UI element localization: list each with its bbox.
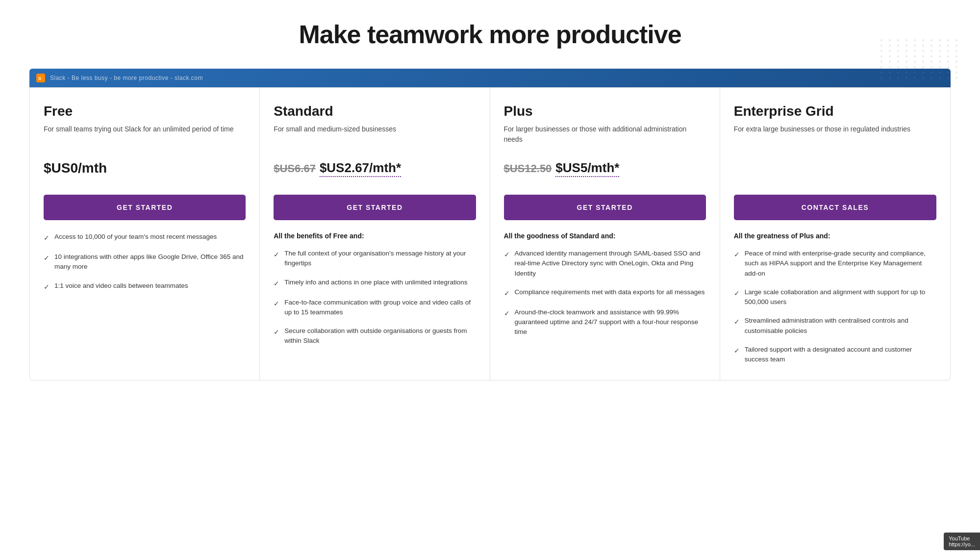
price-free-free: $US0/mth (44, 160, 107, 176)
checkmark-icon: ✓ (274, 327, 279, 337)
plan-description-free: For small teams trying out Slack for an … (44, 124, 246, 150)
price-current-standard: $US2.67/mth* (320, 160, 401, 177)
plan-price-row-free: $US0/mth (44, 160, 246, 184)
feature-item: ✓Large scale collaboration and alignment… (734, 287, 936, 307)
plan-description-plus: For larger businesses or those with addi… (504, 124, 706, 150)
cta-button-enterprise[interactable]: CONTACT SALES (734, 195, 936, 220)
feature-text: 1:1 voice and video calls between teamma… (54, 281, 188, 291)
checkmark-icon: ✓ (274, 279, 279, 289)
browser-bar: S Slack - Be less busy - be more product… (29, 69, 951, 87)
feature-text: Peace of mind with enterprise-grade secu… (745, 249, 936, 279)
benefits-heading-enterprise: All the greatness of Plus and: (734, 232, 936, 240)
plan-price-row-enterprise (734, 160, 936, 184)
feature-text: Access to 10,000 of your team's most rec… (54, 232, 217, 242)
feature-text: Around-the-clock teamwork and assistance… (515, 307, 706, 337)
checkmark-icon: ✓ (734, 317, 740, 327)
checkmark-icon: ✓ (274, 299, 279, 309)
feature-list-plus: ✓Advanced identity management through SA… (504, 249, 706, 337)
feature-item: ✓Timely info and actions in one place wi… (274, 278, 476, 289)
plan-col-standard: StandardFor small and medium-sized busin… (260, 88, 490, 380)
plan-col-enterprise: Enterprise GridFor extra large businesse… (720, 88, 950, 380)
feature-list-standard: ✓The full context of your organisation's… (274, 249, 476, 346)
cta-button-plus[interactable]: GET STARTED (504, 195, 706, 220)
price-current-plus: $US5/mth* (555, 160, 619, 177)
feature-item: ✓Compliance requirements met with data e… (504, 287, 706, 299)
pricing-container: FreeFor small teams trying out Slack for… (29, 87, 951, 381)
checkmark-icon: ✓ (274, 250, 279, 260)
feature-text: Tailored support with a designated accou… (745, 345, 936, 365)
plan-price-row-standard: $US6.67$US2.67/mth* (274, 160, 476, 184)
page-wrapper: for(let i=0;i<80;i++) document.currentSc… (0, 0, 980, 410)
checkmark-icon: ✓ (44, 282, 50, 292)
cta-button-standard[interactable]: GET STARTED (274, 195, 476, 220)
feature-text: Large scale collaboration and alignment … (745, 287, 936, 307)
benefits-heading-standard: All the benefits of Free and: (274, 232, 476, 240)
price-original-plus: $US12.50 (504, 162, 552, 175)
checkmark-icon: ✓ (504, 250, 510, 260)
feature-text: Streamlined administration with centrali… (745, 316, 936, 336)
cta-button-free[interactable]: GET STARTED (44, 195, 246, 220)
feature-list-enterprise: ✓Peace of mind with enterprise-grade sec… (734, 249, 936, 364)
feature-item: ✓10 integrations with other apps like Go… (44, 252, 246, 272)
svg-text:S: S (38, 76, 41, 81)
feature-text: Advanced identity management through SAM… (515, 249, 706, 279)
checkmark-icon: ✓ (44, 233, 50, 243)
plan-col-plus: PlusFor larger businesses or those with … (490, 88, 720, 380)
feature-item: ✓Advanced identity management through SA… (504, 249, 706, 279)
browser-favicon: S (36, 74, 45, 82)
benefits-heading-plus: All the goodness of Standard and: (504, 232, 706, 240)
feature-item: ✓1:1 voice and video calls between teamm… (44, 281, 246, 292)
feature-text: Timely info and actions in one place wit… (284, 278, 467, 287)
checkmark-icon: ✓ (504, 288, 510, 299)
feature-text: 10 integrations with other apps like Goo… (54, 252, 246, 272)
checkmark-icon: ✓ (734, 288, 740, 299)
price-original-standard: $US6.67 (274, 162, 316, 175)
checkmark-icon: ✓ (44, 253, 50, 263)
feature-item: ✓Face-to-face communication with group v… (274, 298, 476, 318)
checkmark-icon: ✓ (734, 250, 740, 260)
page-title: Make teamwork more productive (29, 20, 951, 49)
browser-url: Slack - Be less busy - be more productiv… (50, 75, 203, 81)
plan-col-free: FreeFor small teams trying out Slack for… (30, 88, 260, 380)
plan-price-row-plus: $US12.50$US5/mth* (504, 160, 706, 184)
plan-name-free: Free (44, 103, 246, 119)
feature-text: The full context of your organisation's … (284, 249, 476, 269)
feature-item: ✓Around-the-clock teamwork and assistanc… (504, 307, 706, 337)
feature-item: ✓Tailored support with a designated acco… (734, 345, 936, 365)
feature-text: Face-to-face communication with group vo… (284, 298, 476, 318)
feature-item: ✓Streamlined administration with central… (734, 316, 936, 336)
feature-item: ✓Secure collaboration with outside organ… (274, 326, 476, 346)
feature-item: ✓The full context of your organisation's… (274, 249, 476, 269)
plan-description-enterprise: For extra large businesses or those in r… (734, 124, 936, 150)
plan-description-standard: For small and medium-sized businesses (274, 124, 476, 150)
plan-name-standard: Standard (274, 103, 476, 119)
plan-name-enterprise: Enterprise Grid (734, 103, 936, 119)
feature-item: ✓Access to 10,000 of your team's most re… (44, 232, 246, 243)
checkmark-icon: ✓ (504, 308, 510, 319)
feature-list-free: ✓Access to 10,000 of your team's most re… (44, 232, 246, 292)
feature-item: ✓Peace of mind with enterprise-grade sec… (734, 249, 936, 279)
checkmark-icon: ✓ (734, 346, 740, 356)
plan-name-plus: Plus (504, 103, 706, 119)
plans-grid: FreeFor small teams trying out Slack for… (30, 87, 950, 380)
feature-text: Compliance requirements met with data ex… (515, 287, 705, 297)
feature-text: Secure collaboration with outside organi… (284, 326, 476, 346)
